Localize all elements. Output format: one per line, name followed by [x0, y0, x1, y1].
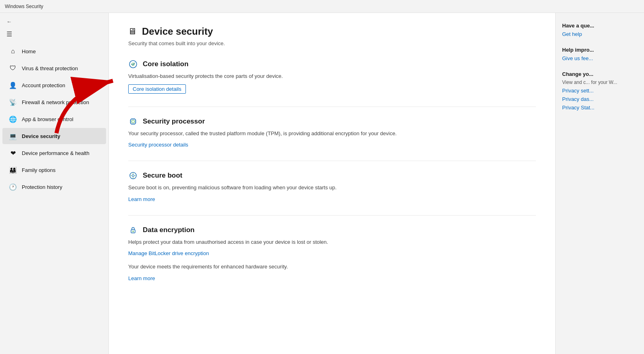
section-title-security-processor: Security processor — [143, 117, 205, 126]
divider-3 — [128, 215, 536, 216]
right-panel-improve-title: Help impro... — [562, 47, 638, 53]
section-security-processor: Security processor Your security process… — [128, 117, 536, 148]
back-button[interactable]: ← — [0, 16, 108, 27]
right-panel-change-title: Change yo... — [562, 71, 638, 77]
sidebar-label-family: Family options — [22, 167, 56, 173]
section-extra-desc-data-encryption: Your device meets the requirements for e… — [128, 263, 536, 271]
section-core-isolation: Core isolation Virtualisation-based secu… — [128, 59, 536, 94]
sidebar-label-app-browser: App & browser control — [22, 116, 73, 122]
right-panel-change: Change yo... View and c... for your W...… — [562, 71, 638, 111]
sidebar-item-virus[interactable]: 🛡 Virus & threat protection — [2, 60, 106, 76]
right-panel-help-title: Have a que... — [562, 23, 638, 29]
divider-1 — [128, 107, 536, 107]
security-processor-icon — [128, 117, 138, 126]
section-desc-core-isolation: Virtualisation-based security protects t… — [128, 72, 536, 80]
sidebar-item-firewall[interactable]: 📡 Firewall & network protection — [2, 94, 106, 110]
section-header-secure-boot: Secure boot — [128, 171, 536, 180]
divider-2 — [128, 161, 536, 161]
right-panel-improve: Help impro... Give us fee... — [562, 47, 638, 61]
section-desc-data-encryption: Helps protect your data from unauthorise… — [128, 238, 536, 246]
sidebar-label-firewall: Firewall & network protection — [22, 99, 89, 105]
family-icon: 👨‍👩‍👧 — [9, 166, 17, 174]
data-encryption-icon — [128, 225, 138, 235]
svg-rect-3 — [132, 120, 134, 123]
sidebar-item-device-perf[interactable]: ❤ Device performance & health — [2, 145, 106, 161]
section-header-security-processor: Security processor — [128, 117, 536, 126]
page-subtitle: Security that comes built into your devi… — [128, 40, 536, 46]
right-panel-help: Have a que... Get help — [562, 23, 638, 37]
sidebar-item-app-browser[interactable]: 🌐 App & browser control — [2, 111, 106, 127]
home-icon: ⌂ — [9, 47, 17, 55]
core-isolation-details-button[interactable]: Core isolation details — [128, 84, 186, 94]
section-title-core-isolation: Core isolation — [143, 60, 188, 68]
sidebar-label-home: Home — [22, 48, 36, 54]
sidebar: ← ☰ ⌂ Home 🛡 Virus & threat protection 👤… — [0, 13, 109, 354]
section-data-encryption: Data encryption Helps protect your data … — [128, 225, 536, 281]
secure-boot-icon — [128, 171, 138, 180]
app-container: ← ☰ ⌂ Home 🛡 Virus & threat protection 👤… — [0, 13, 644, 354]
sidebar-label-history: Protection history — [22, 184, 62, 190]
section-title-secure-boot: Secure boot — [143, 172, 182, 180]
sidebar-label-virus: Virus & threat protection — [22, 65, 78, 71]
history-icon: 🕐 — [9, 183, 17, 191]
page-header: 🖥 Device security — [128, 26, 536, 37]
sidebar-item-home[interactable]: ⌂ Home — [2, 43, 106, 59]
sidebar-item-device-security[interactable]: 💻 Device security — [2, 128, 106, 144]
privacy-settings-link[interactable]: Privacy sett... — [562, 88, 638, 94]
sidebar-label-device-perf: Device performance & health — [22, 150, 90, 156]
browser-icon: 🌐 — [9, 115, 17, 123]
secure-boot-learn-more-link[interactable]: Learn more — [128, 196, 155, 202]
back-icon: ← — [6, 19, 12, 25]
section-desc-secure-boot: Secure boot is on, preventing malicious … — [128, 184, 536, 192]
page-title: Device security — [142, 26, 213, 37]
right-panel-change-desc: View and c... for your W... — [562, 80, 638, 85]
get-help-link[interactable]: Get help — [562, 31, 638, 37]
section-desc-security-processor: Your security processor, called the trus… — [128, 130, 536, 138]
section-secure-boot: Secure boot Secure boot is on, preventin… — [128, 171, 536, 202]
sidebar-label-account: Account protection — [22, 82, 65, 88]
device-perf-icon: ❤ — [9, 149, 17, 157]
right-panel: Have a que... Get help Help impro... Giv… — [555, 13, 644, 354]
account-icon: 👤 — [9, 81, 17, 89]
sidebar-item-history[interactable]: 🕐 Protection history — [2, 179, 106, 195]
shield-icon: 🛡 — [9, 64, 17, 72]
firewall-icon: 📡 — [9, 98, 17, 106]
section-header-data-encryption: Data encryption — [128, 225, 536, 235]
privacy-statement-link[interactable]: Privacy Stat... — [562, 105, 638, 111]
app-title: Windows Security — [5, 4, 43, 9]
privacy-dashboard-link[interactable]: Privacy das... — [562, 96, 638, 102]
security-processor-details-link[interactable]: Security processor details — [128, 142, 188, 148]
sidebar-item-family[interactable]: 👨‍👩‍👧 Family options — [2, 162, 106, 178]
hamburger-icon[interactable]: ☰ — [0, 27, 108, 41]
give-feedback-link[interactable]: Give us fee... — [562, 55, 638, 61]
core-isolation-icon — [128, 59, 138, 69]
title-bar: Windows Security — [0, 0, 644, 13]
svg-rect-2 — [131, 119, 135, 124]
sidebar-label-device-security: Device security — [22, 133, 60, 139]
device-security-icon: 💻 — [9, 132, 17, 140]
data-encryption-learn-more-link[interactable]: Learn more — [128, 275, 155, 281]
section-title-data-encryption: Data encryption — [143, 226, 194, 234]
manage-bitlocker-link[interactable]: Manage BitLocker drive encryption — [128, 250, 209, 256]
page-icon: 🖥 — [128, 27, 136, 36]
section-header-core-isolation: Core isolation — [128, 59, 536, 69]
svg-point-17 — [132, 175, 134, 177]
main-content: 🖥 Device security Security that comes bu… — [109, 13, 555, 354]
sidebar-item-account[interactable]: 👤 Account protection — [2, 77, 106, 93]
